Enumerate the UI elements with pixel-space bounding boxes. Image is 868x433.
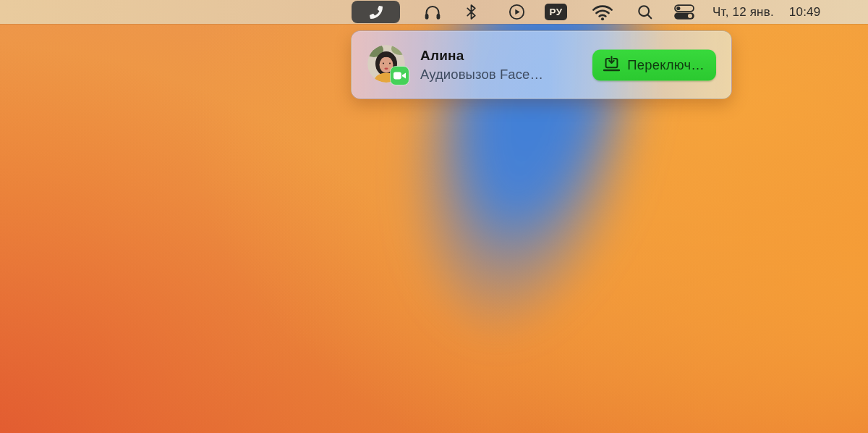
menu-bar-item-input-source[interactable]: РУ xyxy=(545,4,567,20)
handoff-to-mac-icon xyxy=(603,56,621,75)
notification-subtitle: Аудиовызов Face… xyxy=(420,67,543,83)
control-center-icon xyxy=(674,4,694,20)
menu-bar: РУ xyxy=(0,0,868,24)
headphones-icon xyxy=(423,3,442,21)
switch-call-button[interactable]: Переключ… xyxy=(592,49,716,80)
clock-time: 10:49 xyxy=(789,5,821,20)
bluetooth-icon xyxy=(466,4,477,20)
play-circle-icon xyxy=(509,4,525,20)
menu-bar-clock[interactable]: Чт, 12 янв. 10:49 xyxy=(712,0,820,24)
desktop: РУ xyxy=(0,0,868,433)
keyboard-layout-label: РУ xyxy=(549,7,562,17)
menu-bar-item-wifi[interactable] xyxy=(592,4,613,21)
menu-bar-item-headphones[interactable] xyxy=(423,3,442,21)
phone-icon xyxy=(370,6,383,19)
menu-bar-item-call[interactable] xyxy=(352,1,400,23)
menu-bar-item-bluetooth[interactable] xyxy=(466,4,477,20)
clock-date: Чт, 12 янв. xyxy=(712,5,774,20)
search-icon xyxy=(637,4,653,20)
notification-title: Алина xyxy=(420,48,543,64)
avatar xyxy=(367,45,405,83)
notification-text: Алина Аудиовызов Face… xyxy=(420,31,543,98)
facetime-video-icon xyxy=(390,66,409,85)
menu-bar-item-now-playing[interactable] xyxy=(509,4,525,20)
wifi-icon xyxy=(592,4,613,21)
switch-call-button-label: Переключ… xyxy=(627,57,705,73)
menu-bar-item-control-center[interactable] xyxy=(674,4,694,20)
menu-bar-item-spotlight[interactable] xyxy=(637,4,653,20)
facetime-call-notification[interactable]: Алина Аудиовызов Face… Переключ… xyxy=(351,30,732,99)
